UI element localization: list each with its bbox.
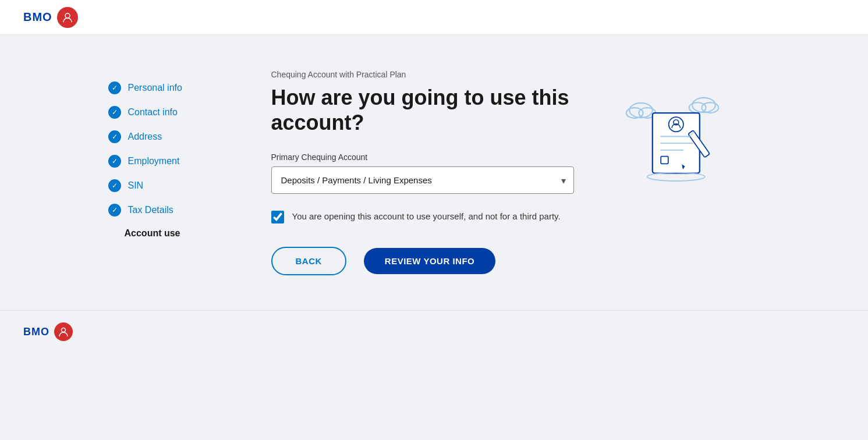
sidebar-item-employment[interactable]: ✓ Employment — [108, 149, 236, 173]
sidebar-label-account-use: Account use — [125, 228, 180, 239]
checkbox-row: You are opening this account to use your… — [271, 210, 574, 223]
check-icon-sin: ✓ — [108, 179, 121, 192]
check-icon-tax-details: ✓ — [108, 204, 121, 217]
sidebar-item-tax-details[interactable]: ✓ Tax Details — [108, 198, 236, 222]
sidebar-label-sin: SIN — [128, 180, 144, 191]
svg-point-17 — [647, 173, 704, 181]
logo-text: BMO — [23, 10, 52, 24]
svg-point-1 — [629, 103, 653, 118]
illustration-svg — [615, 81, 720, 186]
header: BMO — [0, 0, 868, 35]
illustration-area — [609, 70, 725, 275]
field-label: Primary Chequing Account — [271, 152, 574, 162]
check-icon-address: ✓ — [108, 130, 121, 143]
sidebar-label-personal-info: Personal info — [128, 83, 182, 93]
check-icon-personal-info: ✓ — [108, 81, 121, 94]
sidebar-label-employment: Employment — [128, 156, 180, 166]
form-title: How are you going to use this account? — [271, 85, 574, 135]
sidebar-item-personal-info[interactable]: ✓ Personal info — [108, 76, 236, 100]
footer-logo-text: BMO — [23, 326, 49, 338]
svg-point-4 — [692, 98, 715, 112]
sidebar-item-contact-info[interactable]: ✓ Contact info — [108, 100, 236, 125]
footer: BMO — [0, 310, 868, 353]
form-area: Chequing Account with Practical Plan How… — [271, 70, 574, 275]
logo: BMO — [23, 7, 78, 28]
back-button[interactable]: BACK — [271, 247, 346, 275]
main-content: ✓ Personal info ✓ Contact info ✓ Address… — [85, 35, 784, 310]
svg-point-18 — [62, 328, 66, 332]
account-type-label: Chequing Account with Practical Plan — [271, 70, 574, 79]
sidebar-label-address: Address — [128, 132, 162, 142]
svg-point-0 — [65, 13, 70, 18]
select-wrapper: Deposits / Payments / Living Expenses Sa… — [271, 166, 574, 194]
account-use-select[interactable]: Deposits / Payments / Living Expenses Sa… — [271, 166, 574, 194]
sidebar-label-contact-info: Contact info — [128, 107, 178, 118]
check-icon-employment: ✓ — [108, 155, 121, 168]
sidebar-item-sin[interactable]: ✓ SIN — [108, 173, 236, 198]
footer-logo-icon — [54, 322, 73, 341]
sidebar: ✓ Personal info ✓ Contact info ✓ Address… — [108, 70, 236, 275]
logo-icon — [57, 7, 78, 28]
sidebar-item-address[interactable]: ✓ Address — [108, 125, 236, 149]
third-party-checkbox[interactable] — [271, 211, 284, 223]
button-row: BACK REVIEW YOUR INFO — [271, 247, 574, 275]
sidebar-label-tax-details: Tax Details — [128, 205, 173, 215]
check-icon-contact-info: ✓ — [108, 106, 121, 119]
checkbox-label: You are opening this account to use your… — [292, 210, 561, 223]
sidebar-item-account-use: Account use — [108, 222, 236, 244]
review-button[interactable]: REVIEW YOUR INFO — [364, 248, 495, 274]
